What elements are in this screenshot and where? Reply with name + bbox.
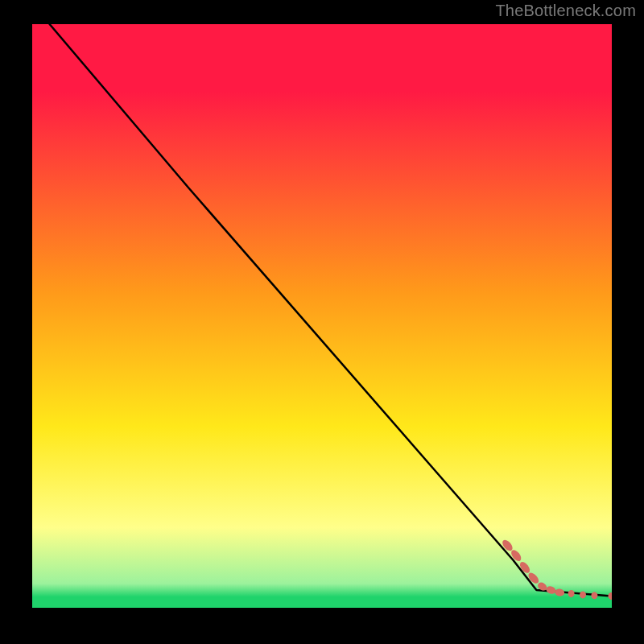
watermark-text: TheBottleneck.com [495,2,636,20]
plot-frame [32,24,612,620]
dot [555,588,565,597]
chart-overlay-svg [32,24,612,620]
dot [591,592,597,599]
dot [580,591,587,599]
dot [568,590,575,598]
dot [609,592,613,600]
chart-stage: TheBottleneck.com [0,0,644,644]
dot [545,585,556,595]
dots-tail-group [501,538,612,600]
dot [526,571,540,585]
curve-line [50,24,612,596]
